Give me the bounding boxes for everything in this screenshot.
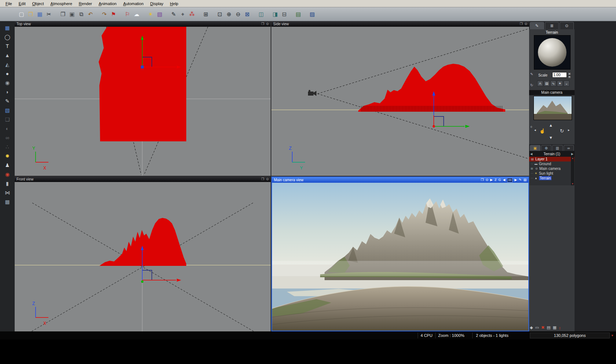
- layer-row-sun-light[interactable]: ···· ☀ Sun light: [529, 171, 575, 176]
- grid-overlay-icon[interactable]: G: [498, 178, 501, 182]
- tilt-up-icon[interactable]: ▴: [550, 122, 552, 128]
- trash-icon[interactable]: ▭: [535, 325, 539, 330]
- camera-preview-thumbnail[interactable]: [534, 96, 572, 120]
- pan-hand-icon[interactable]: ☝: [539, 128, 545, 134]
- drop-object-button[interactable]: ⚑: [109, 10, 118, 19]
- tool-selection-grid[interactable]: ▦: [3, 24, 12, 31]
- layer-row-layer-1[interactable]: ▤ Layer 1: [529, 157, 575, 161]
- play-icon[interactable]: ▶: [490, 178, 493, 182]
- zoom-selection-button[interactable]: ⊡: [215, 10, 224, 19]
- annotate-icon[interactable]: ✎: [519, 178, 522, 182]
- tool-magic-cube[interactable]: ▩: [3, 198, 12, 205]
- fit-view-button[interactable]: ⊠: [243, 10, 252, 19]
- tool-walkthrough[interactable]: ♟: [3, 161, 12, 169]
- layout-panels-2-button[interactable]: ◨: [271, 10, 280, 19]
- browser-tab-links[interactable]: ∞: [564, 145, 574, 151]
- tool-sphere[interactable]: ●: [3, 70, 12, 77]
- tool-light[interactable]: ✹: [3, 152, 12, 160]
- more-button[interactable]: ⌄: [564, 81, 569, 86]
- tool-group[interactable]: ❑: [3, 116, 12, 123]
- terrain-profile[interactable]: [99, 218, 186, 266]
- material-preview[interactable]: [534, 35, 571, 70]
- materials-button[interactable]: ⁂: [187, 10, 197, 19]
- top-view-canvas[interactable]: Y X: [15, 27, 271, 176]
- tree-scrollbar[interactable]: ▲▼: [571, 157, 574, 185]
- search-object-button[interactable]: ⌖: [178, 10, 187, 19]
- browser-tab-library[interactable]: ▥: [552, 145, 563, 151]
- viewport-main-camera[interactable]: Main camera view ❐ ⊙ ▶ Z G ◀ 00 ▶ ✎ ▤: [271, 177, 529, 331]
- browser-prev-icon[interactable]: ◀: [529, 152, 534, 156]
- tool-cube[interactable]: ▧: [3, 107, 12, 114]
- chevron-down-icon[interactable]: ▼: [611, 334, 614, 337]
- render-view-icon[interactable]: ⊙: [485, 178, 488, 182]
- edit-object-button[interactable]: ▧: [155, 10, 164, 19]
- polygon-count-dropdown[interactable]: 130,052 polygons: [530, 333, 610, 338]
- menu-render[interactable]: Render: [76, 0, 95, 7]
- open-button[interactable]: ❒: [26, 10, 35, 19]
- side-view-titlebar[interactable]: Side view ❐ ⊙: [271, 21, 529, 27]
- tab-aspect[interactable]: ✎: [530, 22, 544, 29]
- refresh-icon[interactable]: ↻: [530, 83, 533, 87]
- material-list-button[interactable]: ▤: [544, 81, 550, 86]
- new-scene-button[interactable]: ▢: [17, 10, 26, 19]
- render-options-button[interactable]: ▤: [294, 10, 303, 19]
- zoom-out-button[interactable]: ⊖: [234, 10, 243, 19]
- effects-button[interactable]: ✦: [557, 81, 563, 86]
- undo-button[interactable]: ↶: [86, 10, 95, 19]
- camera-gizmo-icon[interactable]: [308, 90, 316, 96]
- render-button[interactable]: ▨: [308, 10, 317, 19]
- zoom-document-button[interactable]: ⊞: [201, 10, 210, 19]
- layer-row-terrain[interactable]: ···· ▲ Terrain: [529, 176, 575, 181]
- maximize-view-icon[interactable]: ❐: [261, 178, 264, 181]
- menu-automation[interactable]: Automation: [120, 0, 147, 7]
- browser-tab-world[interactable]: ⊕: [541, 145, 552, 151]
- resize-icon[interactable]: ↕: [559, 326, 561, 330]
- zoom-in-button[interactable]: ⊕: [224, 10, 234, 19]
- atmosphere-clouds-button[interactable]: ☁: [132, 10, 141, 19]
- layer-row-ground[interactable]: ···· ▬ Ground: [529, 161, 575, 166]
- delete-icon[interactable]: ✖: [541, 325, 544, 330]
- copy-button[interactable]: ❐: [58, 10, 67, 19]
- maximize-view-icon[interactable]: ❐: [520, 22, 522, 26]
- tilt-down-icon[interactable]: ▾: [550, 135, 552, 140]
- tool-rock[interactable]: ◉: [3, 79, 12, 86]
- main-camera-render[interactable]: [272, 183, 528, 331]
- tool-metaballs[interactable]: ∞: [3, 134, 12, 141]
- paint-icon[interactable]: ✎: [530, 73, 533, 76]
- browser-next-icon[interactable]: ▶: [570, 152, 575, 156]
- step-left-icon[interactable]: ◂: [534, 128, 536, 132]
- render-view-icon[interactable]: ⊙: [266, 178, 269, 181]
- layer-row-main-camera[interactable]: ⊞ ⊙ Main camera: [529, 166, 575, 171]
- tool-circle[interactable]: ◯: [3, 33, 12, 41]
- pick-object-button[interactable]: ⚐: [123, 10, 132, 19]
- main-camera-titlebar[interactable]: Main camera view ❐ ⊙ ▶ Z G ◀ 00 ▶ ✎ ▤: [272, 177, 528, 183]
- menu-atmosphere[interactable]: Atmosphere: [47, 0, 76, 7]
- prev-frame-icon[interactable]: ◀: [503, 178, 505, 182]
- tool-mirror[interactable]: ⋈: [3, 189, 12, 196]
- expander-icon[interactable]: ⊞: [531, 167, 534, 170]
- cut-button[interactable]: ✂: [44, 10, 54, 19]
- lock-icon[interactable]: ▤: [547, 325, 550, 330]
- render-view-icon[interactable]: ⊙: [266, 22, 269, 26]
- animation-setup-button[interactable]: ⊟: [280, 10, 289, 19]
- front-view-canvas[interactable]: Z X: [15, 182, 271, 331]
- zoom-mode-icon[interactable]: Z: [495, 178, 497, 182]
- terrain-profile[interactable]: [358, 64, 505, 112]
- duplicate-button[interactable]: ⧉: [77, 10, 86, 19]
- browser-tab-objects[interactable]: ▣: [530, 145, 540, 151]
- layout-panels-button[interactable]: ◫: [257, 10, 266, 19]
- viewport-top[interactable]: Top view ❐ ⊙ Y X: [15, 21, 271, 176]
- menu-object[interactable]: Object: [29, 0, 47, 7]
- new-layer-icon[interactable]: ◆: [530, 325, 533, 330]
- menu-help[interactable]: Help: [167, 0, 182, 7]
- display-options-icon[interactable]: ▦: [553, 325, 557, 330]
- view-options-icon[interactable]: ▤: [523, 178, 527, 182]
- tool-procedural-terrain[interactable]: ◭: [3, 61, 12, 68]
- tab-animation[interactable]: ⊙: [560, 22, 574, 29]
- scale-input[interactable]: [552, 72, 567, 78]
- tool-pen[interactable]: ✎: [3, 97, 12, 105]
- save-button[interactable]: ▦: [35, 10, 44, 19]
- menu-display[interactable]: Display: [147, 0, 167, 7]
- front-view-titlebar[interactable]: Front view ❐ ⊙: [15, 177, 271, 182]
- orbit-icon[interactable]: ↻: [560, 128, 564, 134]
